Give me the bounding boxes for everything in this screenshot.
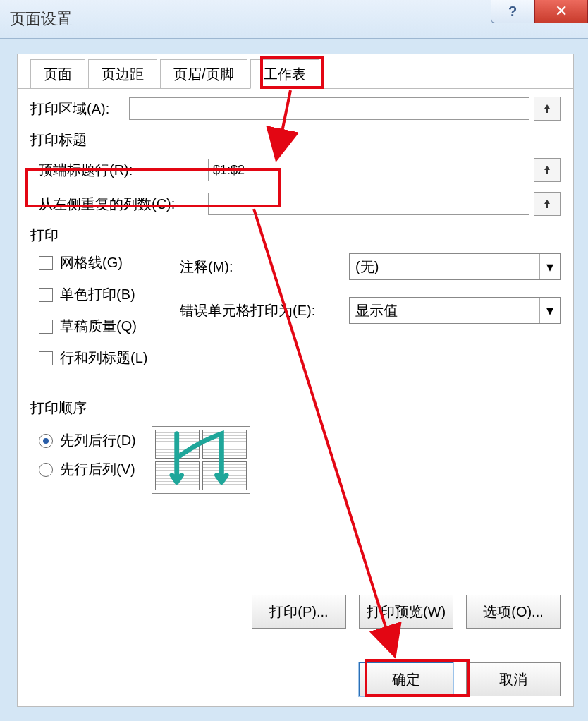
top-title-row: 顶端标题行(R): (30, 158, 561, 182)
chevron-down-icon: ▾ (539, 254, 560, 279)
print-titles-header: 打印标题 (30, 131, 561, 150)
print-area-row: 打印区域(A): (30, 97, 561, 121)
order-section: 先列后行(D) 先行后列(V) (30, 426, 561, 494)
rowcol-checkbox[interactable]: 行和列标题(L) (39, 349, 180, 368)
print-dropdowns: 注释(M): (无) ▾ 错误单元格打印为(E): 显示值 ▾ (180, 253, 561, 380)
action-buttons-upper: 打印(P)... 打印预览(W) 选项(O)... (252, 595, 561, 629)
page-setup-dialog: 页面设置 ? ✕ 页面 页边距 页眉/页脚 工作表 打印区域(A): 打印标题 (0, 0, 588, 721)
action-buttons-lower: 确定 取消 (359, 662, 561, 696)
comments-label: 注释(M): (180, 258, 349, 277)
tab-page[interactable]: 页面 (30, 59, 85, 88)
collapse-icon (541, 164, 553, 176)
checkbox-icon (39, 288, 53, 302)
print-area-ref-button[interactable] (534, 97, 561, 121)
sheet-tab-content: 打印区域(A): 打印标题 顶端标题行(R): 从左侧重复的列数(C): (30, 97, 561, 696)
errors-combo[interactable]: 显示值 ▾ (349, 297, 561, 324)
gridlines-checkbox[interactable]: 网格线(G) (39, 253, 180, 272)
dialog-body: 页面 页边距 页眉/页脚 工作表 打印区域(A): 打印标题 顶端标题行(R): (17, 54, 574, 707)
order-preview-icon (152, 426, 250, 494)
tab-headerfooter[interactable]: 页眉/页脚 (160, 59, 247, 88)
titlebar: 页面设置 ? ✕ (0, 0, 588, 39)
order-header: 打印顺序 (30, 399, 561, 418)
dialog-title: 页面设置 (10, 8, 72, 30)
top-title-input[interactable] (208, 159, 529, 181)
checkbox-icon (39, 351, 53, 365)
ok-button[interactable]: 确定 (359, 662, 453, 696)
collapse-icon (541, 198, 553, 210)
left-repeat-input[interactable] (208, 193, 529, 215)
close-icon: ✕ (555, 2, 568, 20)
question-icon: ? (508, 4, 517, 20)
bw-checkbox[interactable]: 单色打印(B) (39, 285, 180, 304)
collapse-icon (541, 103, 553, 114)
top-title-label: 顶端标题行(R): (39, 161, 208, 180)
order-radios: 先列后行(D) 先行后列(V) (39, 431, 136, 489)
checkbox-icon (39, 256, 53, 270)
checkbox-icon (39, 320, 53, 334)
over-then-down-radio[interactable]: 先行后列(V) (39, 460, 136, 479)
errors-row: 错误单元格打印为(E): 显示值 ▾ (180, 297, 561, 324)
left-repeat-row: 从左侧重复的列数(C): (30, 192, 561, 216)
left-repeat-label: 从左侧重复的列数(C): (39, 195, 208, 214)
tab-sheet[interactable]: 工作表 (250, 59, 319, 89)
print-area-input[interactable] (129, 97, 529, 120)
order-arrow-icon (152, 427, 250, 493)
tab-margins[interactable]: 页边距 (88, 59, 157, 88)
preview-button[interactable]: 打印预览(W) (359, 595, 453, 629)
options-button[interactable]: 选项(O)... (466, 595, 561, 629)
down-then-over-radio[interactable]: 先列后行(D) (39, 431, 136, 450)
radio-icon (39, 463, 53, 477)
tab-strip: 页面 页边距 页眉/页脚 工作表 (18, 54, 573, 89)
chevron-down-icon: ▾ (539, 298, 560, 323)
print-checkboxes: 网格线(G) 单色打印(B) 草稿质量(Q) 行和列标题(L) (39, 253, 180, 380)
comments-row: 注释(M): (无) ▾ (180, 253, 561, 280)
print-options: 网格线(G) 单色打印(B) 草稿质量(Q) 行和列标题(L) 注释(M): (… (30, 253, 561, 380)
draft-checkbox[interactable]: 草稿质量(Q) (39, 317, 180, 336)
help-button[interactable]: ? (491, 0, 534, 23)
close-button[interactable]: ✕ (534, 0, 588, 23)
print-button[interactable]: 打印(P)... (252, 595, 346, 629)
cancel-button[interactable]: 取消 (466, 662, 561, 696)
print-header: 打印 (30, 226, 561, 245)
errors-label: 错误单元格打印为(E): (180, 301, 349, 320)
print-area-label: 打印区域(A): (30, 99, 129, 119)
radio-icon (39, 434, 53, 448)
top-title-ref-button[interactable] (534, 158, 561, 182)
comments-combo[interactable]: (无) ▾ (349, 253, 561, 280)
window-controls: ? ✕ (491, 0, 588, 23)
left-repeat-ref-button[interactable] (534, 192, 561, 216)
